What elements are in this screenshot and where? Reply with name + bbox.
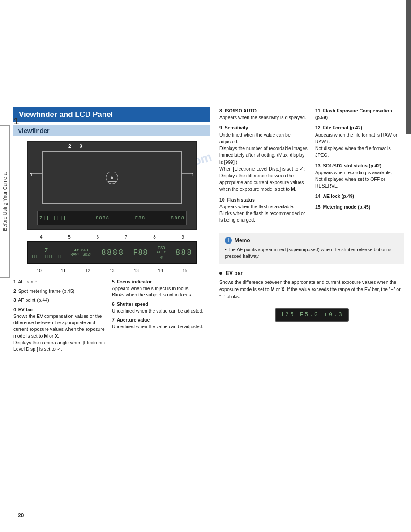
vf-num-9: 9 [182, 235, 184, 240]
right-item-12: 12 File Format (p.42) Appears when the f… [315, 124, 404, 159]
lcd-iso-area: ISO AUTO ◎ [157, 246, 167, 260]
lcd-circle-sym: ◎ [157, 255, 167, 260]
vf-lcd-strip: Z|||||||| 8888 F88 8888 [37, 211, 187, 225]
ann-line-1-left [32, 173, 42, 174]
right-sub-col-2: 11 Flash Exposure Compensation (p.59) 12… [315, 107, 404, 227]
item-1: 1 AF frame [13, 279, 108, 285]
lcd-sd1-label: ▲+ SD1 [70, 248, 92, 253]
memo-title: i Memo [225, 236, 399, 245]
vf-num-4: 4 [40, 235, 43, 240]
num-col-left: 1 AF frame 2 Spot metering frame (p.45) … [13, 279, 112, 355]
memo-bullet: • The AF points appear in red (superimpo… [225, 247, 391, 259]
ev-bar-bullet [219, 272, 222, 275]
label-13a: 13 [109, 268, 114, 273]
ann-line-1-right [182, 173, 192, 174]
lcd-ev-bar: Z|||||||| [39, 215, 70, 221]
section-number: 1 [13, 116, 19, 127]
lcd-iso-label: ISO [157, 246, 167, 250]
sub-header: Viewfinder [13, 125, 210, 136]
side-tab-label: Before Using Your Camera [2, 172, 8, 231]
right-sub-col-1: 8 ISO/ISO AUTO Appears when the sensitiv… [219, 107, 308, 227]
memo-icon: i [225, 237, 232, 244]
numbered-list-left: 1 AF frame 2 Spot metering frame (p.45) … [13, 279, 210, 355]
vf-num-6: 6 [97, 235, 99, 240]
label-10: 10 [37, 268, 42, 273]
label-11: 11 [61, 268, 66, 273]
item-7: 7 Aperture value Underlined when the val… [112, 317, 207, 330]
item-4: 4 EV bar Shows the EV compensation value… [13, 306, 108, 352]
page-divider [13, 507, 404, 507]
right-item-10: 10 Flash status Appears when the flash i… [219, 197, 308, 224]
vf-num-5: 5 [68, 235, 71, 240]
lcd-shutter: 8888 [96, 215, 109, 221]
ev-bar-display-container: 125 F5.0 +0.3 [219, 305, 404, 322]
item-3: 3 AF point (p.44) [13, 297, 108, 304]
right-edge-strip [406, 0, 411, 134]
ev-bar-title: EV bar [219, 269, 404, 277]
ann-line-2 [68, 146, 68, 154]
item-6: 6 Shutter speed Underlined when the valu… [112, 301, 207, 314]
ev-display-text: 125 F5.0 +0.3 [280, 311, 343, 318]
left-column: Viewfinder and LCD Panel Viewfinder [13, 107, 210, 355]
lcd-ev-icon: Z |||||||||||||| [31, 248, 61, 258]
lcd-raw-label: RAW+ SD2+ [70, 253, 92, 257]
section-header: Viewfinder and LCD Panel [13, 107, 210, 122]
lcd-fnum: F88 [133, 248, 147, 257]
ann-line-3 [79, 146, 79, 154]
label-14: 14 [158, 268, 163, 273]
lcd-auto-label: AUTO [157, 250, 167, 255]
label-15: 15 [182, 268, 187, 273]
item-5: 5 Focus indicator Appears when the subje… [112, 279, 207, 298]
page: Before Using Your Camera 1 manualsarchiv… [0, 0, 411, 532]
ev-bar-description: Shows the difference between the appropr… [219, 279, 404, 300]
vf-inner-frame [42, 151, 182, 204]
num-col-right: 5 Focus indicator Appears when the subje… [112, 279, 210, 355]
page-number: 20 [18, 512, 24, 519]
memo-box: i Memo • The AF points appear in red (su… [219, 233, 404, 264]
lcd-main-digits: 8888 [101, 248, 124, 257]
right-column: 8 ISO/ISO AUTO Appears when the sensitiv… [219, 107, 404, 355]
side-tab: Before Using Your Camera [0, 125, 10, 278]
lcd-ev-symbol: Z [45, 248, 48, 254]
lcd-ev-bar-small: |||||||||||||| [31, 254, 61, 258]
lcd-aperture: F88 [135, 215, 145, 221]
right-item-14: 14 AE lock (p.49) [315, 193, 404, 200]
vf-num-7: 7 [125, 235, 128, 240]
label-12: 12 [85, 268, 90, 273]
viewfinder-diagram: 2 3 1 1 Z|||||||| 8888 F88 8888 [27, 141, 197, 230]
right-item-9: 9 Sensitivity Underlined when the value … [219, 124, 308, 193]
vf-num-8: 8 [153, 235, 156, 240]
label-13b: 13 [134, 268, 139, 273]
right-item-11: 11 Flash Exposure Compensation (p.59) [315, 107, 404, 121]
right-item-8: 8 ISO/ISO AUTO Appears when the sensitiv… [219, 107, 308, 121]
vf-bottom-label-row: 4 5 6 7 8 9 [27, 235, 197, 240]
vf-label-2: 2 [68, 144, 71, 149]
main-content: Viewfinder and LCD Panel Viewfinder [13, 107, 404, 355]
right-items-cols: 8 ISO/ISO AUTO Appears when the sensitiv… [219, 107, 404, 227]
lcd-sd-area: ▲+ SD1 RAW+ SD2+ [70, 248, 92, 257]
vf-label-3: 3 [80, 144, 82, 149]
lcd-bottom-label-row: 10 11 12 13 13 14 15 [27, 268, 197, 273]
ev-bar-section: EV bar Shows the difference between the … [219, 269, 404, 322]
lcd-panel: Z |||||||||||||| ▲+ SD1 RAW+ SD2+ 8888 F… [27, 241, 197, 264]
lcd-right-digits: 888 [176, 248, 193, 257]
ev-bar-display: 125 F5.0 +0.3 [275, 308, 348, 322]
right-item-13: 13 SD1/SD2 slot status (p.42) Appears wh… [315, 163, 404, 190]
af-center-bracket [108, 174, 116, 182]
item-2: 2 Spot metering frame (p.45) [13, 288, 108, 295]
lcd-images: 8888 [171, 215, 184, 221]
right-item-15: 15 Metering mode (p.45) [315, 204, 404, 210]
